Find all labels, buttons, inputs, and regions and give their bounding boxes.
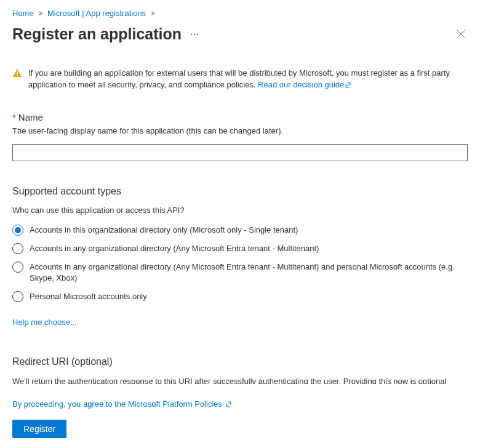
radio-icon (12, 225, 23, 236)
account-type-option[interactable]: Accounts in any organizational directory… (12, 262, 468, 284)
account-type-option[interactable]: Personal Microsoft accounts only (12, 291, 468, 302)
account-types-radio-group: Accounts in this organizational director… (12, 225, 468, 303)
redirect-heading: Redirect URI (optional) (12, 356, 468, 367)
breadcrumb: Home > Microsoft | App registrations > (0, 0, 480, 23)
account-type-option-label: Accounts in this organizational director… (30, 225, 298, 236)
help-me-choose-link[interactable]: Help me choose... (12, 318, 77, 327)
account-type-option-label: Personal Microsoft accounts only (30, 291, 147, 302)
more-icon[interactable]: ··· (190, 30, 199, 39)
info-text: If you are building an application for e… (28, 68, 468, 92)
close-icon (457, 30, 465, 38)
info-banner: If you are building an application for e… (12, 52, 468, 105)
platform-policies-link[interactable]: By proceeding, you agree to the Microsof… (12, 399, 233, 409)
chevron-right-icon: > (38, 9, 42, 18)
footer: By proceeding, you agree to the Microsof… (0, 391, 480, 448)
account-types-heading: Supported account types (12, 186, 468, 197)
decision-guide-link[interactable]: Read our decision guide (258, 80, 353, 89)
radio-icon (12, 262, 23, 273)
external-link-icon (345, 81, 353, 92)
external-link-icon (226, 401, 233, 410)
info-text-content: If you are building an application for e… (28, 68, 450, 89)
name-label-text: Name (18, 112, 43, 122)
svg-rect-0 (17, 71, 18, 74)
page-title: Register an application ··· (12, 25, 199, 43)
form-scroll-area[interactable]: If you are building an application for e… (0, 52, 480, 384)
required-indicator: * (12, 112, 16, 122)
redirect-section: Redirect URI (optional) We'll return the… (12, 356, 468, 384)
account-types-subheading: Who can use this application or access t… (12, 206, 468, 215)
account-type-option[interactable]: Accounts in this organizational director… (12, 225, 468, 236)
chevron-right-icon: > (151, 9, 155, 18)
name-label: *Name (12, 112, 468, 122)
register-button[interactable]: Register (12, 420, 66, 438)
account-type-option-label: Accounts in any organizational directory… (30, 262, 468, 284)
decision-guide-link-text: Read our decision guide (258, 80, 344, 89)
redirect-description: We'll return the authentication response… (12, 376, 468, 384)
breadcrumb-app-registrations[interactable]: Microsoft | App registrations (47, 9, 146, 18)
name-section: *Name The user-facing display name for t… (12, 112, 468, 161)
title-row: Register an application ··· (0, 23, 480, 48)
account-type-option-label: Accounts in any organizational directory… (30, 243, 319, 254)
warning-icon (12, 68, 22, 92)
name-input[interactable] (12, 144, 468, 161)
name-description: The user-facing display name for this ap… (12, 126, 468, 135)
close-button[interactable] (454, 27, 468, 42)
svg-rect-1 (17, 75, 18, 76)
breadcrumb-home[interactable]: Home (12, 9, 34, 18)
radio-icon (12, 243, 23, 254)
platform-policies-text: By proceeding, you agree to the Microsof… (12, 399, 222, 409)
page-title-text: Register an application (12, 25, 182, 43)
radio-icon (12, 291, 23, 302)
account-type-option[interactable]: Accounts in any organizational directory… (12, 243, 468, 254)
